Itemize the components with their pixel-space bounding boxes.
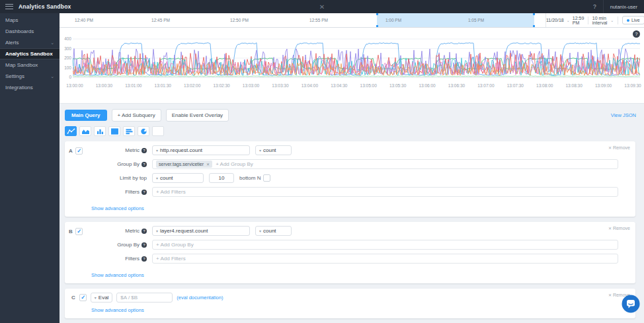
topbar-right: ? nutanix-user bbox=[586, 0, 644, 13]
time-picker[interactable]: 12:59 PM bbox=[573, 16, 584, 25]
sidebar: MapsDashboardsAlerts⌄Analytics SandboxMa… bbox=[0, 13, 60, 323]
group-by-field[interactable]: server.tags.servicetier✕ + Add Group By bbox=[152, 159, 618, 169]
sidebar-item-dashboards[interactable]: Dashboards bbox=[0, 26, 60, 37]
query-row-a: A ✕Remove Metric? ▾http.request.count ▾c… bbox=[65, 141, 635, 217]
chart-type-area-chart-icon[interactable] bbox=[79, 126, 91, 136]
x-tick-label: 13:08:00 bbox=[536, 83, 553, 88]
help-icon[interactable]: ? bbox=[141, 190, 147, 195]
metric-row: Metric? ▾http.request.count ▾count bbox=[91, 145, 630, 155]
query-a-checkbox[interactable] bbox=[75, 147, 83, 155]
selection-handle[interactable] bbox=[376, 25, 378, 27]
eval-documentation-link[interactable]: (eval documentation) bbox=[177, 295, 223, 301]
sidebar-item-settings[interactable]: Settings⌄ bbox=[0, 71, 60, 82]
show-advanced-options-link[interactable]: Show advanced options bbox=[91, 307, 144, 313]
selection-handle[interactable] bbox=[533, 25, 535, 27]
metric-select[interactable]: ▾layer4.request.count bbox=[152, 226, 250, 236]
query-tabs: Main Query + Add Subquery Enable Event O… bbox=[65, 109, 637, 122]
add-filters-placeholder[interactable]: + Add Filters bbox=[156, 256, 186, 262]
chevron-down-icon: ▾ bbox=[259, 148, 261, 153]
sidebar-item-analytics-sandbox[interactable]: Analytics Sandbox bbox=[0, 48, 60, 59]
show-advanced-options-link[interactable]: Show advanced options bbox=[91, 272, 144, 278]
chevron-down-icon: ▾ bbox=[156, 176, 158, 180]
help-icon[interactable]: ? bbox=[141, 162, 147, 167]
enable-event-overlay-button[interactable]: Enable Event Overlay bbox=[166, 109, 229, 122]
close-icon: ✕ bbox=[608, 226, 612, 231]
chart-type-column-chart-icon[interactable] bbox=[94, 126, 106, 136]
date-picker[interactable]: 11/20/18 bbox=[546, 18, 564, 22]
time-tick-label: 12:55 PM bbox=[309, 18, 328, 22]
bottom-n-checkbox[interactable] bbox=[263, 174, 270, 182]
metric-select[interactable]: ▾http.request.count bbox=[152, 145, 250, 155]
chevron-down-icon: ▾ bbox=[156, 229, 158, 233]
limit-value-input[interactable]: 10 bbox=[209, 173, 234, 183]
help-icon[interactable]: ? bbox=[141, 148, 147, 153]
group-by-field[interactable]: + Add Group By bbox=[152, 240, 618, 250]
filters-field[interactable]: + Add Filters bbox=[152, 187, 618, 197]
eval-select[interactable]: ▾Eval bbox=[91, 293, 113, 303]
sidebar-item-maps[interactable]: Maps bbox=[0, 15, 60, 26]
time-tick-label: 12:50 PM bbox=[230, 18, 249, 22]
remove-tag-icon[interactable]: ✕ bbox=[206, 162, 210, 166]
query-id-label: B bbox=[69, 229, 73, 234]
query-b-toggle: B bbox=[69, 228, 83, 235]
chart-type-line-chart-icon[interactable] bbox=[65, 126, 77, 136]
remove-query-b-button[interactable]: ✕Remove bbox=[608, 226, 630, 231]
expression-input[interactable] bbox=[116, 293, 173, 303]
chart-help-icon[interactable]: ? bbox=[633, 30, 640, 38]
sidebar-item-integrations[interactable]: Integrations bbox=[0, 82, 60, 93]
metric-label: Metric bbox=[125, 228, 140, 234]
help-icon[interactable]: ? bbox=[586, 3, 603, 10]
x-tick-label: 13:09:30 bbox=[624, 83, 641, 88]
query-b-checkbox[interactable] bbox=[75, 228, 83, 235]
chart-type-bar-chart-icon[interactable] bbox=[123, 126, 135, 136]
help-icon[interactable]: ? bbox=[141, 242, 147, 248]
user-menu[interactable]: nutanix-user bbox=[604, 4, 644, 10]
close-icon[interactable]: ✕ bbox=[319, 3, 325, 11]
x-tick-label: 13:00:30 bbox=[96, 83, 112, 88]
query-id-label: A bbox=[69, 148, 73, 154]
y-tick-label: 0 bbox=[61, 75, 71, 79]
filters-field[interactable]: + Add Filters bbox=[152, 254, 618, 264]
live-button[interactable]: Live bbox=[622, 16, 644, 24]
limit-aggregation-select[interactable]: ▾count bbox=[152, 173, 204, 183]
main-query-tab[interactable]: Main Query bbox=[65, 110, 107, 121]
chevron-down-icon: ⌄ bbox=[50, 40, 54, 46]
divider bbox=[618, 17, 618, 24]
add-group-by-placeholder[interactable]: + Add Group By bbox=[216, 161, 253, 167]
sidebar-item-map-sandbox[interactable]: Map Sandbox bbox=[0, 59, 60, 71]
time-ruler[interactable]: 12:40 PM12:45 PM12:50 PM12:55 PM1:00 PM1… bbox=[60, 13, 545, 27]
help-icon[interactable]: ? bbox=[141, 229, 147, 234]
aggregation-select[interactable]: ▾count bbox=[255, 226, 292, 236]
view-json-link[interactable]: View JSON bbox=[611, 112, 637, 118]
topbar: Analytics Sandbox ✕ ? nutanix-user bbox=[0, 0, 644, 13]
add-filters-placeholder[interactable]: + Add Filters bbox=[156, 189, 186, 195]
menu-icon[interactable] bbox=[5, 4, 13, 9]
chat-bubble-button[interactable] bbox=[622, 295, 640, 313]
help-icon[interactable]: ? bbox=[141, 256, 147, 262]
interval-select[interactable]: 10 min interval bbox=[592, 16, 608, 25]
sidebar-item-alerts[interactable]: Alerts⌄ bbox=[0, 37, 60, 48]
selection-handle[interactable] bbox=[533, 13, 535, 15]
add-group-by-placeholder[interactable]: + Add Group By bbox=[156, 242, 194, 248]
chart-type-table-icon[interactable] bbox=[108, 126, 120, 136]
time-tick-label: 12:45 PM bbox=[151, 18, 170, 22]
timeseries-chart[interactable]: 13:00:0013:00:3013:01:0013:01:3013:02:00… bbox=[60, 28, 644, 103]
time-tick-label: 1:00 PM bbox=[385, 18, 401, 22]
chart-plot-area[interactable] bbox=[73, 32, 640, 80]
aggregation-select[interactable]: ▾count bbox=[255, 145, 292, 155]
x-tick-label: 13:09:00 bbox=[595, 83, 612, 88]
x-tick-label: 13:07:30 bbox=[507, 83, 524, 88]
y-tick-label: 400 bbox=[61, 36, 71, 41]
selection-handle[interactable] bbox=[376, 13, 378, 15]
add-subquery-button[interactable]: + Add Subquery bbox=[112, 109, 161, 122]
group-by-row: Group By? server.tags.servicetier✕ + Add… bbox=[91, 159, 630, 169]
x-tick-label: 13:02:00 bbox=[184, 83, 200, 88]
show-advanced-options-link[interactable]: Show advanced options bbox=[91, 205, 144, 211]
chart-type-blank[interactable] bbox=[152, 126, 164, 136]
query-row-b: B ✕Remove Metric? ▾layer4.request.count … bbox=[65, 222, 635, 283]
chart-type-pie-chart-icon[interactable] bbox=[138, 126, 149, 136]
query-c-checkbox[interactable] bbox=[79, 294, 87, 301]
time-controls: 11/20/18 ⌄ 12:59 PM 10 min interval ⌄ Li… bbox=[545, 13, 644, 27]
remove-query-a-button[interactable]: ✕Remove bbox=[608, 145, 630, 150]
body-row: MapsDashboardsAlerts⌄Analytics SandboxMa… bbox=[0, 13, 644, 323]
